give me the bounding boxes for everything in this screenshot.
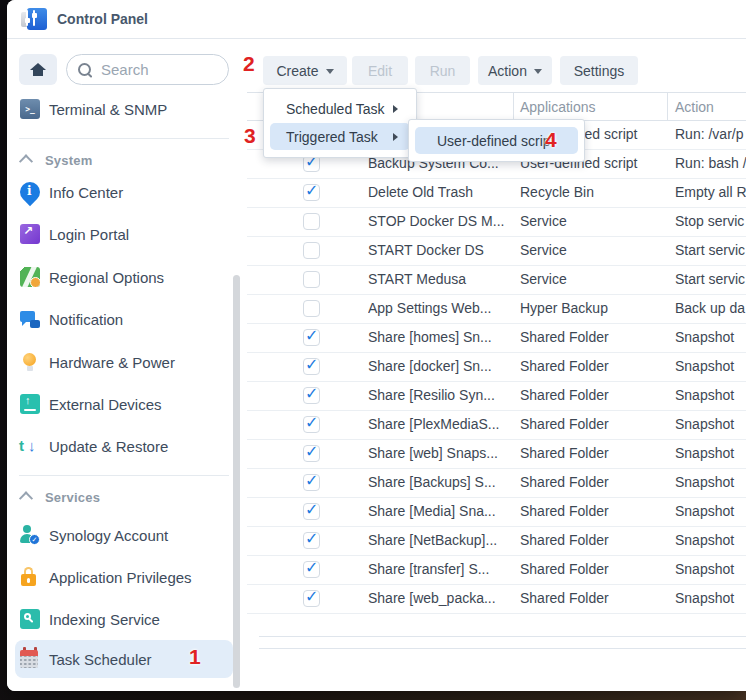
enabled-checkbox[interactable]	[303, 416, 320, 433]
sidebar-scrollbar[interactable]	[233, 275, 240, 688]
action-button[interactable]: Action	[478, 56, 552, 85]
sidebar-item-login-portal[interactable]: Login Portal	[15, 216, 233, 252]
home-button[interactable]	[19, 54, 57, 85]
task-application: Service	[520, 242, 660, 258]
sidebar-item-hardware-power[interactable]: Hardware & Power	[15, 344, 233, 380]
column-divider	[667, 92, 668, 121]
task-name: Share [homes] Sn...	[368, 329, 511, 345]
application-privileges-icon	[20, 567, 40, 587]
task-name: Share [transfer] S...	[368, 561, 511, 577]
table-row[interactable]: Share [Resilio Syn...Shared FolderSnapsh…	[247, 382, 746, 411]
enabled-checkbox[interactable]	[303, 503, 320, 520]
sidebar-item-terminal-snmp[interactable]: >_ Terminal & SNMP	[15, 91, 233, 127]
submenu-arrow-icon	[393, 105, 398, 113]
table-row[interactable]: Share [PlexMediaS...Shared FolderSnapsho…	[247, 411, 746, 440]
sidebar-item-regional-options[interactable]: Regional Options	[15, 259, 233, 295]
task-application: Shared Folder	[520, 532, 660, 548]
menu-item-triggered-task[interactable]: Triggered Task	[270, 123, 410, 150]
task-name: START Medusa	[368, 271, 511, 287]
control-panel-window: Control Panel >_ Terminal & SNMP System …	[7, 0, 746, 691]
table-row[interactable]: Share [Media] Sna...Shared FolderSnapsho…	[247, 498, 746, 527]
task-application: Shared Folder	[520, 329, 660, 345]
sidebar-item-indexing-service[interactable]: Indexing Service	[15, 601, 233, 637]
table-row[interactable]: App Settings Web...Hyper BackupBack up d…	[247, 295, 746, 324]
table-row[interactable]: Share [NetBackup]...Shared FolderSnapsho…	[247, 527, 746, 556]
table-row[interactable]: Share [web] Snaps...Shared FolderSnapsho…	[247, 440, 746, 469]
enabled-checkbox[interactable]	[303, 271, 320, 288]
task-application: Shared Folder	[520, 416, 660, 432]
task-application: Recycle Bin	[520, 184, 660, 200]
table-row[interactable]: Share [Backups] S...Shared FolderSnapsho…	[247, 469, 746, 498]
table-row[interactable]: START Docker DSServiceStart servic	[247, 237, 746, 266]
indexing-service-icon	[20, 609, 40, 629]
task-action: Snapshot	[675, 503, 746, 519]
task-action: Back up da	[675, 300, 746, 316]
task-name: Share [Resilio Syn...	[368, 387, 511, 403]
enabled-checkbox[interactable]	[303, 213, 320, 230]
enabled-checkbox[interactable]	[303, 300, 320, 317]
task-action: Snapshot	[675, 532, 746, 548]
enabled-checkbox[interactable]	[303, 561, 320, 578]
enabled-checkbox[interactable]	[303, 329, 320, 346]
task-name: Share [web] Snaps...	[368, 445, 511, 461]
task-application: Shared Folder	[520, 387, 660, 403]
task-name: START Docker DS	[368, 242, 511, 258]
task-action: Snapshot	[675, 474, 746, 490]
task-name: STOP Docker DS M...	[368, 213, 511, 229]
terminal-icon: >_	[20, 99, 40, 119]
enabled-checkbox[interactable]	[303, 358, 320, 375]
menu-item-scheduled-task[interactable]: Scheduled Task	[270, 95, 410, 122]
annotation-1: 1	[189, 645, 201, 669]
sidebar-item-info-center[interactable]: i Info Center	[15, 174, 233, 210]
chevron-down-icon	[534, 69, 542, 74]
task-application: Shared Folder	[520, 445, 660, 461]
info-center-icon: i	[16, 178, 44, 206]
run-button[interactable]: Run	[415, 56, 470, 85]
task-application: Shared Folder	[520, 358, 660, 374]
enabled-checkbox[interactable]	[303, 184, 320, 201]
search-input[interactable]	[99, 60, 213, 79]
task-application: Service	[520, 271, 660, 287]
table-row[interactable]: START MedusaServiceStart servic	[247, 266, 746, 295]
column-header-action[interactable]: Action	[675, 99, 714, 115]
task-application: Shared Folder	[520, 561, 660, 577]
sidebar-item-application-privileges[interactable]: Application Privileges	[15, 559, 233, 595]
notification-icon	[20, 309, 40, 329]
enabled-checkbox[interactable]	[303, 242, 320, 259]
edit-button[interactable]: Edit	[352, 56, 408, 85]
column-header-applications[interactable]: Applications	[520, 99, 596, 115]
sidebar-group-services[interactable]: Services	[21, 485, 100, 509]
enabled-checkbox[interactable]	[303, 532, 320, 549]
annotation-2: 2	[243, 52, 255, 76]
enabled-checkbox[interactable]	[303, 590, 320, 607]
task-action: Snapshot	[675, 416, 746, 432]
sidebar-item-external-devices[interactable]: External Devices	[15, 386, 233, 422]
enabled-checkbox[interactable]	[303, 445, 320, 462]
annotation-3: 3	[244, 124, 256, 148]
task-name: Share [Backups] S...	[368, 474, 511, 490]
create-button[interactable]: Create	[263, 56, 347, 85]
task-action: Stop servic	[675, 213, 746, 229]
table-row[interactable]: Share [transfer] S...Shared FolderSnapsh…	[247, 556, 746, 585]
task-name: Share [PlexMediaS...	[368, 416, 511, 432]
table-row[interactable]: Share [homes] Sn...Shared FolderSnapshot	[247, 324, 746, 353]
task-action: Snapshot	[675, 590, 746, 606]
window-title: Control Panel	[57, 11, 148, 27]
table-row[interactable]: STOP Docker DS M...ServiceStop servic	[247, 208, 746, 237]
table-row[interactable]: Share [web_packa...Shared FolderSnapshot	[247, 585, 746, 614]
search-box[interactable]	[66, 54, 229, 85]
enabled-checkbox[interactable]	[303, 387, 320, 404]
table-row[interactable]: Delete Old TrashRecycle BinEmpty all R	[247, 179, 746, 208]
task-application: Shared Folder	[520, 503, 660, 519]
task-action: Snapshot	[675, 358, 746, 374]
sidebar-group-system[interactable]: System	[21, 148, 92, 172]
task-action: Run: bash /	[675, 155, 746, 171]
enabled-checkbox[interactable]	[303, 474, 320, 491]
table-row[interactable]: Share [docker] Sn...Shared FolderSnapsho…	[247, 353, 746, 382]
settings-button[interactable]: Settings	[560, 56, 638, 85]
sidebar-item-synology-account[interactable]: ✓ Synology Account	[15, 517, 233, 553]
synology-account-icon: ✓	[20, 525, 40, 545]
sidebar-item-update-restore[interactable]: t↓ Update & Restore	[15, 428, 233, 464]
sidebar-item-notification[interactable]: Notification	[15, 301, 233, 337]
create-dropdown-menu: Scheduled Task Triggered Task	[263, 88, 417, 158]
